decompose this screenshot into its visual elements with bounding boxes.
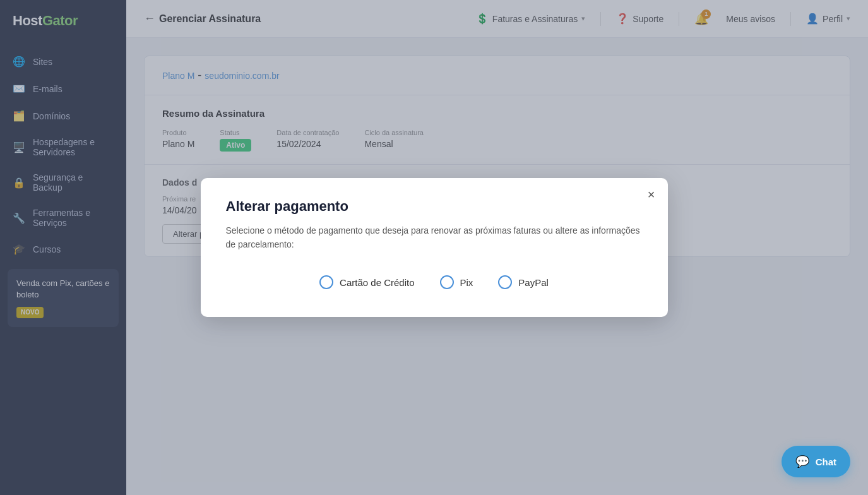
- option-paypal[interactable]: PayPal: [498, 275, 549, 289]
- chat-icon: 💬: [795, 455, 809, 468]
- modal-overlay[interactable]: × Alterar pagamento Selecione o método d…: [0, 0, 868, 495]
- chat-button[interactable]: 💬 Chat: [782, 446, 850, 477]
- modal-title: Alterar pagamento: [226, 198, 643, 215]
- radio-cartao[interactable]: [319, 275, 333, 289]
- radio-pix[interactable]: [440, 275, 454, 289]
- payment-options: Cartão de Crédito Pix PayPal: [226, 270, 643, 294]
- label-paypal: PayPal: [518, 277, 549, 288]
- modal-close-button[interactable]: ×: [648, 188, 655, 201]
- option-pix[interactable]: Pix: [440, 275, 473, 289]
- chat-label: Chat: [816, 456, 836, 467]
- label-pix: Pix: [460, 277, 473, 288]
- radio-paypal[interactable]: [498, 275, 512, 289]
- label-cartao: Cartão de Crédito: [340, 277, 414, 288]
- modal-description: Selecione o método de pagamento que dese…: [226, 224, 643, 252]
- alterar-pagamento-modal: × Alterar pagamento Selecione o método d…: [201, 178, 668, 318]
- option-cartao[interactable]: Cartão de Crédito: [319, 275, 414, 289]
